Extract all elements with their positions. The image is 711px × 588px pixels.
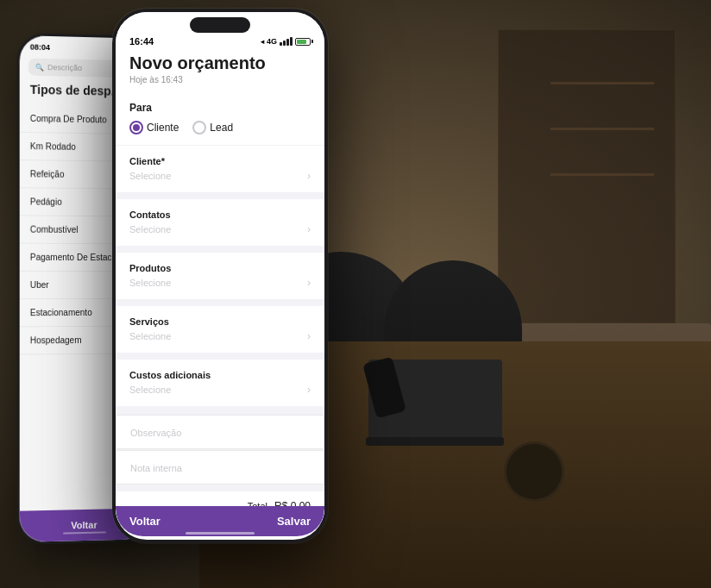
observacao-field[interactable]: Observação — [116, 415, 324, 449]
bg-time: 08:04 — [30, 42, 50, 52]
phone-foreground: 16:44 ◂ 4G Novo orçamento Hoje às 16:43 — [112, 9, 328, 543]
produtos-label: Produtos — [129, 263, 311, 273]
chevron-right-icon: › — [307, 384, 311, 396]
signal-bars — [280, 37, 293, 46]
contatos-placeholder: Selecione — [129, 224, 171, 235]
radio-lead-option[interactable]: Lead — [192, 121, 233, 134]
voltar-button[interactable]: Voltar — [129, 515, 160, 528]
cliente-label: Cliente* — [129, 156, 311, 166]
custos-label: Custos adicionais — [129, 370, 311, 380]
battery-icon — [295, 38, 311, 46]
custos-field[interactable]: Custos adicionais Selecione › — [116, 360, 324, 406]
produtos-placeholder: Selecione — [129, 278, 171, 288]
fg-status-icons: ◂ 4G — [261, 37, 311, 46]
laptop-base — [366, 437, 504, 446]
app-header: Novo orçamento Hoje às 16:43 — [116, 48, 324, 91]
contatos-field[interactable]: Contatos Selecione › — [116, 199, 324, 246]
salvar-button[interactable]: Salvar — [277, 515, 311, 528]
network-type: 4G — [267, 37, 277, 46]
signal-bar-4 — [290, 37, 293, 46]
shelf-unit — [551, 47, 654, 220]
home-indicator-fg — [186, 532, 255, 535]
servicos-label: Serviços — [129, 316, 311, 327]
contatos-label: Contatos — [129, 210, 311, 220]
signal-bar-2 — [283, 41, 286, 46]
radio-cliente-dot — [133, 124, 140, 131]
fg-time: 16:44 — [129, 36, 154, 47]
round-object — [504, 441, 564, 502]
location-icon: ◂ — [261, 38, 264, 46]
chevron-right-icon: › — [307, 277, 311, 289]
nota-field[interactable]: Nota interna — [116, 450, 324, 485]
search-icon: 🔍 — [35, 63, 44, 71]
radio-lead-label: Lead — [210, 122, 233, 134]
page-subtitle: Hoje às 16:43 — [129, 75, 311, 84]
radio-lead-circle[interactable] — [192, 121, 206, 134]
custos-select[interactable]: Selecione › — [129, 384, 311, 396]
produtos-field[interactable]: Produtos Selecione › — [116, 253, 324, 299]
battery-fill — [297, 40, 306, 44]
dynamic-island — [190, 17, 250, 33]
radio-cliente-circle[interactable] — [129, 121, 143, 134]
nota-placeholder: Nota interna — [130, 463, 182, 473]
para-label: Para — [129, 102, 311, 114]
servicos-select[interactable]: Selecione › — [129, 330, 311, 342]
servicos-field[interactable]: Serviços Selecione › — [116, 306, 324, 353]
chevron-right-icon: › — [307, 330, 311, 342]
signal-bar-1 — [280, 42, 282, 46]
chevron-right-icon: › — [307, 170, 311, 182]
radio-cliente-label: Cliente — [147, 122, 179, 134]
cliente-select[interactable]: Selecione › — [129, 170, 311, 182]
bg-search-placeholder: Descrição — [47, 63, 82, 72]
cliente-placeholder: Selecione — [129, 171, 171, 181]
bg-voltar-button[interactable]: Voltar — [71, 520, 97, 531]
custos-placeholder: Selecione — [129, 385, 171, 395]
cliente-label-text: Cliente* — [129, 156, 165, 166]
form-content: Para Cliente Lead C — [116, 91, 324, 520]
servicos-placeholder: Selecione — [129, 331, 171, 341]
page-title: Novo orçamento — [129, 53, 311, 73]
contatos-select[interactable]: Selecione › — [129, 223, 311, 235]
radio-cliente-option[interactable]: Cliente — [129, 121, 179, 134]
para-section: Para Cliente Lead — [116, 91, 324, 145]
radio-group: Cliente Lead — [129, 121, 311, 134]
observacao-placeholder: Observação — [130, 428, 181, 438]
chevron-right-icon: › — [307, 223, 311, 235]
produtos-select[interactable]: Selecione › — [129, 277, 311, 289]
cliente-field[interactable]: Cliente* Selecione › — [116, 146, 324, 192]
signal-bar-3 — [286, 39, 289, 46]
